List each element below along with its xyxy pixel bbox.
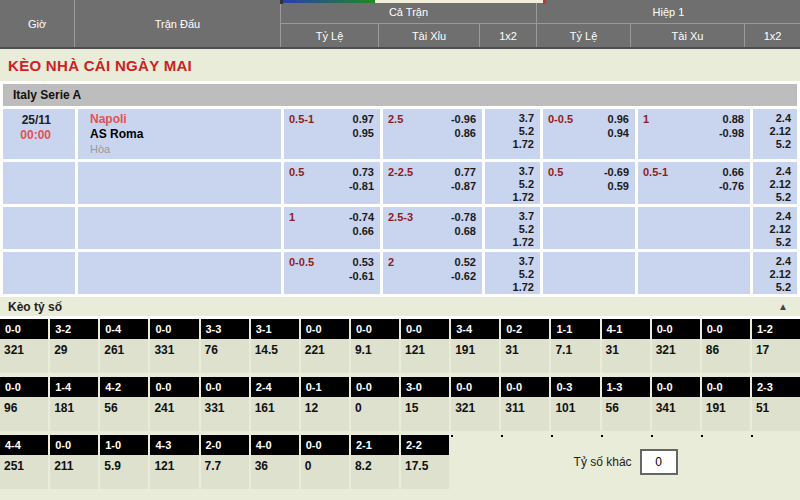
score-cell[interactable]: 2-351 (752, 377, 800, 431)
score-cell[interactable]: 1-05.9 (100, 435, 148, 489)
score-cell[interactable]: 1-4181 (50, 377, 98, 431)
away-team[interactable]: AS Roma (90, 127, 281, 142)
score-odds[interactable]: 331 (150, 339, 198, 373)
odds-value[interactable]: 5.2 (485, 125, 534, 138)
ft-1x2-cell[interactable]: 3.7 5.2 1.72 (485, 252, 540, 294)
score-odds[interactable]: 36 (251, 455, 299, 489)
score-cell[interactable]: 0-0321 (0, 319, 48, 373)
odds-value[interactable]: 3.7 (485, 112, 534, 125)
score-cell[interactable]: 0-00 (351, 377, 399, 431)
score-odds[interactable]: 17.5 (401, 455, 449, 489)
score-odds[interactable]: 56 (100, 397, 148, 431)
score-odds[interactable]: 251 (0, 455, 48, 489)
odds-value[interactable]: -0.62 (388, 269, 476, 283)
score-odds[interactable]: 321 (451, 397, 499, 431)
home-team[interactable]: Napoli (90, 112, 281, 127)
score-cell[interactable]: 0-0321 (652, 319, 700, 373)
odds-value[interactable]: 2.12 (753, 178, 791, 191)
score-odds[interactable]: 17 (752, 339, 800, 373)
odds-value[interactable]: -0.76 (643, 179, 744, 193)
score-odds[interactable]: 7.7 (201, 455, 249, 489)
odds-value[interactable]: 0.68 (388, 224, 476, 238)
score-cell[interactable]: 0-00 (301, 435, 349, 489)
h1-1x2-cell[interactable]: 2.4 2.12 5.2 (753, 207, 797, 249)
odds-value[interactable]: 0.52 (455, 255, 476, 269)
score-odds[interactable]: 51 (752, 397, 800, 431)
score-cell[interactable]: 0-112 (301, 377, 349, 431)
score-odds[interactable]: 86 (702, 339, 750, 373)
odds-value[interactable]: 0.77 (455, 165, 476, 179)
score-odds[interactable]: 261 (100, 339, 148, 373)
odds-value[interactable]: 2.4 (753, 255, 791, 268)
odds-value[interactable]: -0.78 (451, 210, 476, 224)
h1-1x2-cell[interactable]: 2.4 2.12 5.2 (753, 162, 797, 204)
score-cell[interactable]: 3-229 (50, 319, 98, 373)
odds-value[interactable]: 2.4 (753, 112, 791, 125)
score-odds[interactable]: 211 (50, 455, 98, 489)
score-cell[interactable]: 0-231 (501, 319, 549, 373)
ft-overunder-cell[interactable]: 2-2.50.77 -0.87 (383, 162, 482, 204)
score-cell[interactable]: 3-376 (201, 319, 249, 373)
score-odds[interactable]: 14.5 (251, 339, 299, 373)
odds-value[interactable]: 0.95 (289, 126, 374, 140)
score-odds[interactable]: 161 (251, 397, 299, 431)
ft-overunder-cell[interactable]: 2.5-3-0.78 0.68 (383, 207, 482, 249)
odds-value[interactable]: 5.2 (753, 236, 791, 249)
ft-1x2-cell[interactable]: 3.7 5.2 1.72 (485, 162, 540, 204)
score-odds[interactable]: 311 (501, 397, 549, 431)
score-cell[interactable]: 4-036 (251, 435, 299, 489)
ft-overunder-cell[interactable]: 20.52 -0.62 (383, 252, 482, 294)
odds-value[interactable]: 5.2 (753, 191, 791, 204)
odds-value[interactable]: 0.59 (548, 179, 629, 193)
score-odds[interactable]: 31 (602, 339, 650, 373)
odds-value[interactable]: -0.74 (349, 210, 374, 224)
odds-value[interactable]: -0.98 (643, 126, 744, 140)
odds-value[interactable]: -0.96 (451, 112, 476, 126)
score-cell[interactable]: 4-3121 (150, 435, 198, 489)
odds-value[interactable]: 0.97 (353, 112, 374, 126)
score-odds[interactable]: 341 (652, 397, 700, 431)
h1-overunder-cell[interactable]: 10.88 -0.98 (638, 109, 750, 159)
score-cell[interactable]: 4-256 (100, 377, 148, 431)
odds-value[interactable]: 0.94 (548, 126, 629, 140)
score-odds[interactable]: 12 (301, 397, 349, 431)
score-odds[interactable]: 221 (301, 339, 349, 373)
odds-value[interactable]: 0.86 (388, 126, 476, 140)
score-odds[interactable]: 0 (301, 455, 349, 489)
score-cell[interactable]: 1-356 (602, 377, 650, 431)
score-odds[interactable]: 5.9 (100, 455, 148, 489)
score-cell[interactable]: 0-0341 (652, 377, 700, 431)
odds-value[interactable]: 2.12 (753, 268, 791, 281)
score-cell[interactable]: 0-0331 (150, 319, 198, 373)
score-odds[interactable]: 321 (652, 339, 700, 373)
score-odds[interactable]: 31 (501, 339, 549, 373)
odds-value[interactable]: -0.61 (289, 269, 374, 283)
score-cell[interactable]: 2-18.2 (351, 435, 399, 489)
score-odds[interactable]: 331 (201, 397, 249, 431)
odds-value[interactable]: 3.7 (485, 210, 534, 223)
score-odds[interactable]: 241 (150, 397, 198, 431)
odds-value[interactable]: 5.2 (485, 178, 534, 191)
collapse-arrow-icon[interactable]: ▲ (778, 301, 788, 312)
ft-handicap-cell[interactable]: 0-0.50.53 -0.61 (284, 252, 380, 294)
score-cell[interactable]: 0-0211 (50, 435, 98, 489)
odds-value[interactable]: 5.2 (753, 281, 791, 294)
score-odds[interactable]: 29 (50, 339, 98, 373)
h1-1x2-cell[interactable]: 2.4 2.12 5.2 (753, 109, 797, 159)
ft-handicap-cell[interactable]: 1-0.74 0.66 (284, 207, 380, 249)
odds-value[interactable]: 1.72 (485, 236, 534, 249)
score-cell[interactable]: 0-09.1 (351, 319, 399, 373)
odds-value[interactable]: -0.87 (388, 179, 476, 193)
correct-score-section-header[interactable]: Kèo tỷ số ▲ (0, 297, 800, 319)
score-odds[interactable]: 9.1 (351, 339, 399, 373)
score-odds[interactable]: 96 (0, 397, 48, 431)
odds-value[interactable]: 5.2 (753, 138, 791, 151)
ft-handicap-cell[interactable]: 0.5-10.97 0.95 (284, 109, 380, 159)
score-cell[interactable]: 0-096 (0, 377, 48, 431)
score-odds[interactable]: 121 (150, 455, 198, 489)
odds-value[interactable]: 0.53 (353, 255, 374, 269)
odds-value[interactable]: 5.2 (485, 223, 534, 236)
score-odds[interactable]: 56 (602, 397, 650, 431)
score-odds[interactable]: 7.1 (551, 339, 599, 373)
h1-1x2-cell[interactable]: 2.4 2.12 5.2 (753, 252, 797, 294)
